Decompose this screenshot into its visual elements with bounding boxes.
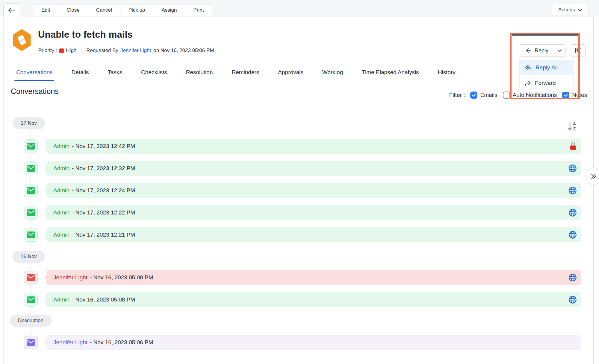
annotation-top-shadow	[512, 34, 578, 36]
conversation-timestamp: - Nov 16, 2023 05:08 PM	[72, 296, 135, 303]
priority-value: High	[66, 48, 76, 54]
conversation-bubble[interactable]: Admin - Nov 16, 2023 05:08 PM	[46, 292, 581, 307]
conversation-timestamp: - Nov 17, 2023 12:24 PM	[72, 187, 135, 194]
tab-conversations[interactable]: Conversations	[16, 64, 52, 81]
requested-by-label: Requested By	[86, 48, 118, 54]
conversation-row: Jennifer Light - Nov 16, 2023 05:08 PM	[24, 270, 581, 285]
menu-item-forward[interactable]: Forward	[520, 75, 573, 91]
tab-approvals[interactable]: Approvals	[278, 64, 303, 81]
back-button[interactable]	[3, 3, 20, 17]
ticket-page: Edit Close Cancel Pick up Assign Print A…	[0, 0, 599, 364]
chevron-down-icon	[578, 9, 583, 11]
reply-split-button[interactable]: Reply	[520, 44, 565, 57]
forward-icon	[525, 80, 531, 86]
conversation-author: Jennifer Light	[53, 274, 87, 281]
conversation-timestamp: - Nov 17, 2023 12:21 PM	[72, 232, 135, 238]
reply-dropdown-menu: Reply All Forward	[520, 58, 573, 92]
globe-icon	[568, 273, 577, 282]
globe-icon	[568, 208, 577, 217]
conversation-timestamp: - Nov 17, 2023 12:42 PM	[72, 143, 135, 150]
conversations-heading: Conversations	[11, 87, 59, 96]
reply-dropdown-toggle[interactable]	[554, 45, 565, 57]
priority-color-badge	[59, 48, 64, 53]
menu-item-label: Forward	[535, 80, 556, 86]
filter-emails[interactable]: Emails	[470, 92, 497, 99]
actions-button[interactable]: Actions	[552, 4, 589, 16]
page-title: Unable to fetch mails	[38, 29, 133, 40]
conversation-timestamp: - Nov 16, 2023 05:06 PM	[90, 339, 153, 346]
date-group-pill: Description	[10, 315, 52, 327]
filter-label: Filter :	[449, 92, 465, 98]
priority-label: Priority :	[38, 48, 57, 54]
reply-all-icon	[525, 65, 532, 70]
emails-checkbox[interactable]	[470, 92, 477, 99]
cancel-button[interactable]: Cancel	[88, 4, 120, 16]
requested-on: on Nov 16, 2023 05:06 PM	[153, 48, 214, 54]
reply-label: Reply	[535, 48, 548, 54]
email-icon	[24, 293, 38, 307]
email-icon	[24, 139, 38, 153]
ticket-icon	[12, 29, 31, 51]
globe-icon	[568, 230, 577, 239]
pickup-button[interactable]: Pick up	[120, 4, 154, 16]
description-row: Jennifer Light - Nov 16, 2023 05:06 PM	[24, 335, 581, 350]
conversation-row: Admin - Nov 16, 2023 05:08 PM	[24, 292, 581, 307]
tab-checklists[interactable]: Checklists	[141, 64, 167, 81]
notes-checkbox[interactable]	[562, 92, 569, 99]
email-icon	[24, 336, 38, 349]
conversation-author: Admin	[53, 296, 69, 303]
conversation-timestamp: - Nov 17, 2023 12:32 PM	[72, 165, 135, 172]
tab-resolution[interactable]: Resolution	[186, 64, 213, 81]
tab-worklog[interactable]: Worklog	[322, 64, 343, 81]
reply-button[interactable]: Reply	[520, 45, 554, 57]
tab-history[interactable]: History	[438, 64, 456, 81]
top-toolbar: Edit Close Cancel Pick up Assign Print A…	[0, 0, 599, 17]
check-icon	[564, 94, 568, 97]
tab-details[interactable]: Details	[71, 64, 89, 81]
filter-auto-notifications[interactable]: Auto Notifications	[503, 92, 557, 99]
panel-expand-handle[interactable]	[586, 167, 599, 185]
toolbar-button-group: Edit Close Cancel Pick up Assign Print	[33, 4, 212, 16]
conversation-bubble[interactable]: Admin - Nov 17, 2023 12:42 PM	[46, 139, 581, 154]
print-button[interactable]: Print	[185, 4, 212, 16]
chevron-down-icon	[558, 49, 562, 52]
close-button[interactable]: Close	[58, 4, 88, 16]
auto-notifications-checkbox[interactable]	[503, 92, 510, 99]
requester-link[interactable]: Jennifer Light	[120, 48, 151, 54]
notes-button[interactable]	[571, 44, 586, 57]
conversation-author: Admin	[53, 165, 69, 172]
reply-icon	[526, 48, 532, 53]
notes-icon	[575, 47, 582, 54]
tab-tasks[interactable]: Tasks	[108, 64, 122, 81]
conversation-row: Admin - Nov 17, 2023 12:24 PM	[24, 183, 581, 198]
email-icon	[24, 162, 38, 175]
conversation-bubble[interactable]: Jennifer Light - Nov 16, 2023 05:08 PM	[46, 270, 581, 285]
conversation-row: Admin - Nov 17, 2023 12:42 PM	[24, 139, 581, 154]
conversation-bubble[interactable]: Jennifer Light - Nov 16, 2023 05:06 PM	[46, 335, 581, 350]
conversation-author: Admin	[53, 209, 69, 216]
menu-item-reply-all[interactable]: Reply All	[520, 60, 573, 75]
meta-divider	[81, 47, 81, 54]
tab-time-elapsed-analysis[interactable]: Time Elapsed Analysis	[362, 64, 419, 81]
conversation-bubble[interactable]: Admin - Nov 17, 2023 12:32 PM	[46, 161, 581, 176]
conversation-row: Admin - Nov 17, 2023 12:21 PM	[24, 227, 581, 242]
date-group-pill: 16 Nov	[13, 251, 45, 263]
email-icon	[24, 271, 38, 284]
edit-button[interactable]: Edit	[33, 4, 58, 16]
email-icon	[24, 228, 38, 242]
assign-button[interactable]: Assign	[153, 4, 185, 16]
conversation-bubble[interactable]: Admin - Nov 17, 2023 12:21 PM	[46, 227, 581, 242]
actions-label: Actions	[558, 7, 575, 13]
conversation-bubble[interactable]: Admin - Nov 17, 2023 12:22 PM	[46, 205, 581, 220]
filter-emails-label: Emails	[480, 92, 497, 98]
conversation-timestamp: - Nov 16, 2023 05:08 PM	[90, 274, 153, 281]
conversation-bubble[interactable]: Admin - Nov 17, 2023 12:24 PM	[46, 183, 581, 198]
email-icon	[24, 184, 38, 197]
svg-text:Z: Z	[573, 126, 576, 131]
tab-reminders[interactable]: Reminders	[232, 64, 259, 81]
sort-az-icon[interactable]: A Z	[566, 120, 579, 133]
menu-item-label: Reply All	[536, 64, 558, 71]
svg-text:A: A	[573, 121, 576, 126]
conversation-author: Jennifer Light	[53, 339, 87, 346]
filter-notes[interactable]: Notes	[562, 92, 587, 99]
